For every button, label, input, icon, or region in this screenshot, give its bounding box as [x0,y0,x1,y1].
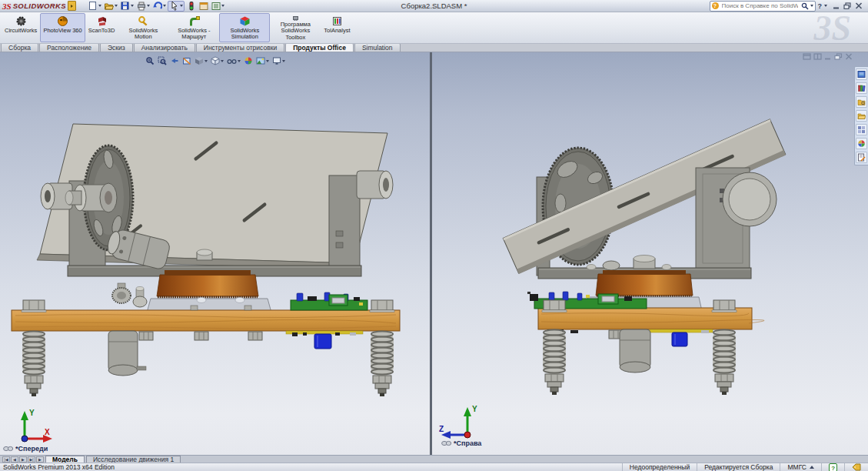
viewport-right[interactable]: Y Z *Справа [432,52,868,455]
help-balloon-icon: ? [712,2,719,9]
tab-assembly[interactable]: Сборка [1,43,38,52]
svg-text:?: ? [831,464,835,471]
editing-status: Редактируется Сборка [697,463,780,471]
help-search-box[interactable]: ? [710,1,816,12]
restore-button[interactable] [843,2,852,9]
motion-nav-prev-button[interactable]: ◀ [11,456,18,463]
solidworks-motion-icon [138,15,149,27]
toolbox-bolt-icon [290,15,301,21]
viewport-front[interactable]: Y X *Спереди [0,52,430,455]
minimize-button[interactable] [833,2,840,9]
open-button[interactable] [103,1,118,12]
rebuild-button[interactable] [185,1,197,12]
slewing-bearing[interactable] [147,270,271,312]
model-right-view[interactable] [432,52,868,455]
solidworks-simulation-button[interactable]: SolidWorks Simulation [219,13,270,42]
select-tool-button[interactable] [168,1,185,12]
units-selector[interactable]: ММГС [780,463,821,471]
close-button[interactable] [855,2,863,9]
file-properties-button[interactable] [198,1,209,12]
motion-study-tab[interactable]: Исследование движения 1 [86,456,181,463]
search-input[interactable] [720,2,800,10]
open-folder-icon [104,1,114,11]
design-library-tab[interactable] [856,82,867,94]
wooden-base-board[interactable] [12,310,400,331]
model-front-view[interactable] [0,52,430,455]
search-icon[interactable] [801,2,809,10]
print-button[interactable] [135,1,151,12]
view-palette-icon [857,125,866,134]
undo-button[interactable] [151,1,167,12]
task-pane-tabs [854,66,868,165]
quick-tips-icon: ? [829,463,837,471]
view-name-front: *Спереди [3,445,48,453]
help-caret-icon[interactable] [824,5,827,7]
motion-nav-last-button[interactable]: ▶| [28,456,35,463]
edition-label: SolidWorks Premium 2013 x64 Edition [0,463,115,471]
solidworks-motion-button[interactable]: SolidWorks Motion [118,13,168,42]
solidworks-window: 3S SOLIDWORKS [0,0,868,471]
open-folder-tab[interactable] [856,110,867,122]
scanto3d-button[interactable]: ScanTo3D [85,13,118,42]
caret-down-icon [131,5,134,7]
file-explorer-tab[interactable] [856,96,867,108]
help-button[interactable]: ? [818,2,823,10]
tolanalyst-button[interactable]: TolAnalyst [321,13,353,42]
appearances-scenes-tab[interactable] [856,138,867,149]
motionmanager-bar: |◀ ◀ ▶ ▶| ▶ Модель Исследование движения… [0,455,868,463]
scanto3d-icon [96,15,108,27]
solidworks-routing-icon [188,15,200,27]
save-button[interactable] [119,1,135,12]
pinion-gear[interactable] [112,283,147,307]
tab-render-tools[interactable]: Инструменты отрисовки [196,43,284,52]
photoview-360-icon [57,15,68,27]
circuitworks-button[interactable]: CircuitWorks [2,13,40,42]
view-name-right: *Справа [441,439,481,447]
triad-z-label: Z [439,425,444,433]
under-board-electronics[interactable] [286,331,363,349]
solidworks-toolbox-button[interactable]: Программа SolidWorks Toolbox [270,13,321,42]
quick-tips-button[interactable]: ? [821,463,844,471]
model-tab[interactable]: Модель [45,456,85,463]
tab-evaluate[interactable]: Анализировать [134,43,195,52]
triad-x-label: X [45,428,50,436]
office-products-ribbon: CircuitWorks PhotoView 360 ScanTo3D Soli… [0,12,868,44]
motion-nav-next-button[interactable]: ▶ [19,456,27,463]
options-list-icon [211,1,221,11]
tolanalyst-icon [331,15,343,27]
tab-layout[interactable]: Расположение [39,43,99,52]
tag-button[interactable] [844,463,868,471]
app-logo-text: SOLIDWORKS [13,2,66,10]
appearance-sphere-icon [857,139,866,148]
control-pcb[interactable] [291,292,367,310]
commandmanager-tabs: Сборка Расположение Эскиз Анализировать … [0,44,868,52]
constraint-status: Недоопределенный [622,463,697,471]
search-scope-caret-icon[interactable] [810,5,813,7]
tab-sketch[interactable]: Эскиз [100,43,133,52]
motion-nav-play-button[interactable]: ▶ [36,456,44,463]
orientation-triad-front: Y X [12,406,55,449]
triad-y-label: Y [29,409,35,417]
view-palette-tab[interactable] [856,124,867,135]
azimuth-motor[interactable] [620,329,650,372]
tab-simulation[interactable]: Simulation [354,43,401,52]
solidworks-resources-tab[interactable] [856,68,867,80]
solidworks-routing-button[interactable]: SolidWorks - Маршрут [168,13,219,42]
resources-icon [857,70,866,78]
tab-office-products[interactable]: Продукты Office [285,43,354,52]
caret-down-icon [147,5,150,7]
menu-flyout-button[interactable] [68,1,76,11]
caret-down-icon [163,5,166,7]
graphics-area: Y X *Спереди [0,52,868,455]
right-bracket[interactable] [696,168,777,269]
folder-icon [857,112,866,120]
triad-y-label: Y [472,405,477,413]
caret-down-icon [221,5,224,7]
tag-icon [852,463,861,471]
photoview-360-button[interactable]: PhotoView 360 [40,13,85,42]
new-document-button[interactable] [87,1,102,12]
title-bar: 3S SOLIDWORKS [0,0,868,12]
motion-nav-first-button[interactable]: |◀ [2,456,10,463]
custom-properties-tab[interactable] [856,152,867,163]
options-button[interactable] [210,1,225,12]
